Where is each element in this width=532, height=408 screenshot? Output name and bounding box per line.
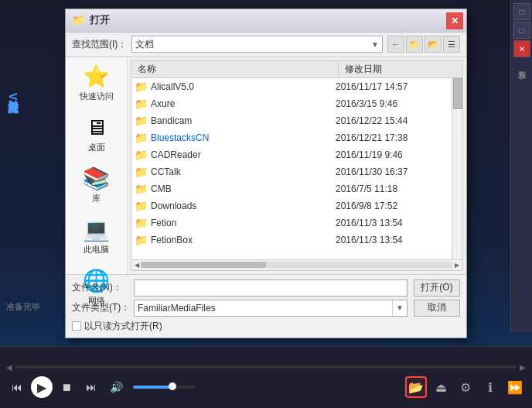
table-row[interactable]: 📁 CMB 2016/7/5 11:18 [131, 180, 462, 197]
file-open-dialog: 📁 打开 ✕ 查找范围(I)： 文档 ▼ ← 📁 📂 ☰ [65, 9, 467, 338]
sidebar-item-快速访问[interactable]: ⭐快速访问 [70, 60, 124, 105]
table-row[interactable]: 📁 Axure 2016/3/15 9:46 [131, 95, 462, 112]
file-name: BluestacksCN [151, 132, 336, 143]
filetype-row: 文件类型(T)： FamiliarMediaFiles ▼ 取消 [72, 300, 460, 317]
hscroll-right[interactable]: ▶ [453, 262, 461, 269]
hscroll-thumb[interactable] [141, 262, 266, 268]
table-row[interactable]: 📁 FetionBox 2016/11/3 13:54 [131, 231, 462, 249]
toolbar-nav-buttons: ← 📁 📂 ☰ [387, 36, 460, 53]
dialog-footer: 文件名(N)： 打开(O) 文件类型(T)： FamiliarMediaFile… [66, 274, 466, 338]
dialog-icon: 📁 [72, 14, 85, 26]
filename-input[interactable] [134, 279, 408, 297]
back-button[interactable]: ← [387, 36, 404, 53]
sidebar-label: 快速访问 [80, 91, 114, 102]
filetype-arrow: ▼ [392, 300, 404, 316]
player-controls: 准备完毕 ◀ ▶ ⏮ ▶ ⏹ ⏭ 🔊 📂 ⏏ ⚙ ℹ ⏩ [0, 346, 532, 408]
table-row[interactable]: 📁 Fetion 2016/11/3 13:54 [131, 214, 462, 231]
folder-icon: 📁 [135, 149, 148, 161]
view-button[interactable]: ☰ [443, 36, 460, 53]
file-date: 2016/3/15 9:46 [336, 98, 459, 109]
dialog-titlebar: 📁 打开 ✕ [66, 9, 466, 33]
file-name: Bandicam [151, 115, 336, 126]
next-track-button[interactable]: ⏩ [504, 376, 526, 398]
file-name: FetionBox [151, 235, 336, 245]
table-row[interactable]: 📁 Downloads 2016/9/8 17:52 [131, 197, 462, 214]
sidebar-icon: 💻 [83, 217, 110, 242]
sidebar-label: 此电脑 [84, 244, 109, 255]
file-name: Axure [151, 98, 336, 109]
progress-bar-area: ◀ ▶ [0, 361, 532, 373]
folder-icon: 📁 [135, 200, 148, 212]
table-row[interactable]: 📁 BluestacksCN 2016/12/21 17:38 [131, 129, 462, 146]
look-in-combo[interactable]: 文档 ▼ [131, 36, 383, 53]
table-row[interactable]: 📁 CCTalk 2016/11/30 16:37 [131, 163, 462, 180]
folder-icon: 📁 [135, 217, 148, 229]
filetype-label: 文件类型(T)： [72, 301, 134, 314]
readonly-checkbox[interactable] [72, 321, 81, 331]
dialog-overlay: 📁 打开 ✕ 查找范围(I)： 文档 ▼ ← 📁 📂 ☰ [0, 0, 532, 346]
progress-right-arrow[interactable]: ▶ [520, 363, 526, 372]
open-file-button[interactable]: 📂 [405, 376, 427, 398]
sidebar-label: 桌面 [88, 142, 105, 153]
volume-track[interactable] [133, 386, 195, 389]
file-date: 2016/11/3 13:54 [336, 218, 459, 228]
stop-button[interactable]: ⏹ [56, 376, 77, 398]
filetype-combo[interactable]: FamiliarMediaFiles ▼ [134, 300, 408, 317]
folder-icon: 📁 [135, 183, 148, 195]
table-row[interactable]: 📁 Bandicam 2016/12/22 15:44 [131, 112, 462, 129]
dialog-close-button[interactable]: ✕ [446, 12, 463, 29]
file-date: 2016/11/19 9:46 [336, 149, 459, 160]
filetype-value: FamiliarMediaFiles [138, 303, 392, 314]
sidebar-item-此电脑[interactable]: 💻此电脑 [70, 214, 124, 259]
file-date: 2016/11/3 13:54 [336, 235, 459, 245]
scrollbar-thumb[interactable] [453, 78, 462, 109]
volume-button[interactable]: 🔊 [105, 376, 127, 398]
status-text: 准备完毕 [6, 301, 40, 313]
progress-left-arrow[interactable]: ◀ [6, 363, 12, 372]
folder-icon: 📁 [135, 132, 148, 144]
progress-track[interactable] [15, 365, 517, 369]
filename-label: 文件名(N)： [72, 281, 134, 294]
look-in-arrow: ▼ [371, 40, 379, 49]
play-button[interactable]: ▶ [31, 376, 53, 398]
file-list-header: 名称 修改日期 [131, 61, 462, 78]
sidebar-icon: 🖥 [86, 115, 107, 140]
file-list-scroll[interactable]: 📁 AlicallV5.0 2016/11/17 14:57 📁 Axure 2… [131, 78, 462, 259]
look-in-label: 查找范围(I)： [72, 38, 127, 51]
prev-button[interactable]: ⏮ [6, 376, 28, 398]
table-row[interactable]: 📁 CADReader 2016/11/19 9:46 [131, 146, 462, 163]
readonly-row: 以只读方式打开(R) [72, 320, 460, 333]
folder-icon: 📁 [135, 115, 148, 127]
file-name: Downloads [151, 201, 336, 211]
file-date: 2016/11/30 16:37 [336, 166, 459, 177]
hscroll-track[interactable] [141, 262, 453, 268]
sidebar-item-库[interactable]: 📚库 [70, 163, 124, 207]
file-date: 2016/12/22 15:44 [336, 115, 459, 126]
horizontal-scrollbar[interactable]: ◀ ▶ [131, 259, 462, 270]
sidebar-label: 库 [92, 193, 101, 204]
open-button[interactable]: 打开(O) [414, 279, 460, 297]
new-folder-button[interactable]: 📂 [425, 36, 442, 53]
hscroll-left[interactable]: ◀ [133, 262, 141, 269]
table-row[interactable]: 📁 AlicallV5.0 2016/11/17 14:57 [131, 78, 462, 95]
folder-icon: 📁 [135, 81, 148, 93]
cancel-button[interactable]: 取消 [414, 300, 460, 317]
next-button[interactable]: ⏭ [80, 376, 102, 398]
dialog-title: 打开 [90, 13, 110, 27]
vertical-scrollbar[interactable] [452, 78, 462, 259]
file-name: CADReader [151, 149, 336, 160]
file-name: CMB [151, 183, 336, 194]
dialog-sidebar: ⭐快速访问🖥桌面📚库💻此电脑🌐网络 [66, 57, 128, 274]
up-button[interactable]: 📁 [406, 36, 423, 53]
sidebar-item-桌面[interactable]: 🖥桌面 [70, 111, 124, 156]
eject-button[interactable]: ⏏ [430, 376, 452, 398]
dialog-body: ⭐快速访问🖥桌面📚库💻此电脑🌐网络 名称 修改日期 📁 AlicallV5.0 … [66, 57, 466, 274]
volume-fill [133, 386, 170, 389]
info-button[interactable]: ℹ [479, 376, 501, 398]
look-in-value: 文档 [135, 38, 371, 51]
col-date-header: 修改日期 [339, 61, 462, 77]
folder-icon: 📁 [135, 166, 148, 178]
volume-thumb[interactable] [169, 382, 176, 390]
settings-button[interactable]: ⚙ [455, 376, 476, 398]
col-name-header: 名称 [131, 61, 339, 77]
